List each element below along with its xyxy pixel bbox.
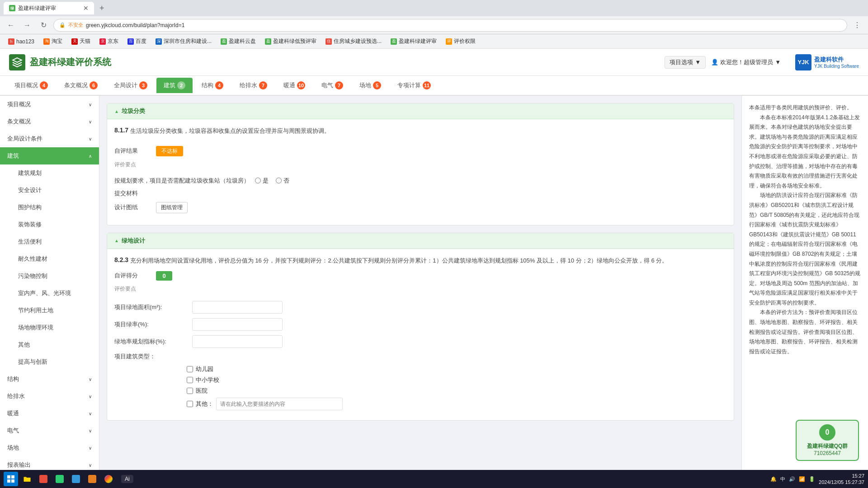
qq-float-widget[interactable]: 0 盈建科绿建QQ群 710265447 bbox=[796, 420, 859, 461]
taskbar-network[interactable]: 📶 bbox=[799, 476, 805, 482]
forward-button[interactable]: → bbox=[21, 19, 33, 32]
tab-structure-label: 结构 bbox=[202, 81, 213, 89]
green-eval-points-label: 评价要点 bbox=[114, 285, 136, 293]
sidebar-item-land-use[interactable]: 节约利用土地 bbox=[7, 302, 99, 319]
sidebar-item-plumbing[interactable]: 给排水 ∨ bbox=[0, 388, 99, 405]
type-school-checkbox[interactable] bbox=[187, 377, 193, 383]
sidebar-item-safety[interactable]: 安全设计 bbox=[7, 182, 99, 199]
garbage-drawing-manage-button[interactable]: 图纸管理 bbox=[156, 202, 188, 213]
tab-project-overview[interactable]: 项目概况 4 bbox=[7, 78, 55, 93]
type-other-input[interactable] bbox=[216, 398, 343, 410]
taskbar-app2[interactable] bbox=[52, 472, 67, 486]
sidebar-item-electrical[interactable]: 电气 ∨ bbox=[0, 422, 99, 439]
taskbar-start-button[interactable] bbox=[4, 472, 18, 486]
settings-button[interactable]: ⋮ bbox=[851, 19, 863, 32]
browser-tab[interactable]: 绿 盈建科绿建评审 ✕ bbox=[4, 2, 94, 14]
sidebar-item-architecture[interactable]: 建筑 ∧ bbox=[0, 147, 99, 164]
taskbar-battery[interactable]: 🔋 bbox=[809, 476, 815, 482]
qq-text1: 盈建科绿建QQ群 bbox=[802, 442, 853, 450]
tab-site[interactable]: 场地 5 bbox=[352, 78, 388, 93]
tab-close-button[interactable]: ✕ bbox=[83, 5, 89, 12]
sidebar-other-label: 其他 bbox=[18, 341, 30, 349]
sidebar-item-article-overview[interactable]: 条文概况 ∨ bbox=[0, 113, 99, 130]
tab-electrical[interactable]: 电气 7 bbox=[314, 78, 350, 93]
sidebar-item-site-env[interactable]: 场地物理环境 bbox=[7, 319, 99, 336]
new-tab-button[interactable]: + bbox=[96, 4, 108, 13]
bookmark-yjk-green[interactable]: 盈 盈建科绿建评审 bbox=[387, 37, 440, 46]
bookmark-tianmao[interactable]: 天 天猫 bbox=[68, 37, 94, 46]
bookmark-taobao[interactable]: 淘 淘宝 bbox=[40, 37, 66, 46]
garbage-yes-option[interactable]: 是 bbox=[255, 177, 269, 185]
taskbar-app3[interactable] bbox=[69, 472, 83, 486]
type-school[interactable]: 中小学校 bbox=[187, 376, 726, 384]
bookmark-green-eval[interactable]: 盈 盈建科绿低预评审 bbox=[261, 37, 320, 46]
type-hospital[interactable]: 医院 bbox=[187, 387, 726, 395]
taskbar-file-explorer[interactable] bbox=[20, 472, 34, 486]
taskbar-keyboard[interactable]: 中 bbox=[780, 476, 785, 483]
tab-global-design[interactable]: 全局设计 3 bbox=[107, 78, 155, 93]
tab-hvac[interactable]: 暖通 10 bbox=[276, 78, 312, 93]
type-kindergarten-checkbox[interactable] bbox=[187, 366, 193, 372]
project-selector[interactable]: 项目选项 ▼ bbox=[665, 56, 706, 69]
sidebar-item-project-overview[interactable]: 项目概况 ∨ bbox=[0, 96, 99, 113]
tab-electrical-label: 电气 bbox=[321, 81, 333, 89]
tab-plumbing[interactable]: 给排水 7 bbox=[232, 78, 274, 93]
user-info: 👤 欢迎您！超级管理员 ▼ bbox=[711, 58, 781, 66]
taskbar-date: 2024/12/05 15:27:37 bbox=[819, 479, 864, 485]
sidebar-item-site[interactable]: 场地 ∨ bbox=[0, 439, 99, 456]
sidebar-item-other[interactable]: 其他 bbox=[7, 336, 99, 353]
sidebar-item-envelope[interactable]: 围护结构 bbox=[7, 199, 99, 216]
bookmark-hao123[interactable]: h hao123 bbox=[5, 38, 38, 46]
garbage-no-option[interactable]: 否 bbox=[276, 177, 289, 185]
type-other[interactable]: 其他： bbox=[187, 398, 726, 410]
bookmark-tianmao-favicon: 天 bbox=[71, 38, 78, 45]
garbage-section-body: 8.1.7 生活垃圾应分类收集，垃圾容器和收集点的设置应合理并应与周围景观协调。… bbox=[107, 119, 734, 225]
taskbar-yjk[interactable] bbox=[85, 472, 99, 486]
sidebar-item-building-plan[interactable]: 建筑规划 bbox=[7, 164, 99, 182]
garbage-yes-radio[interactable] bbox=[255, 178, 261, 183]
sidebar-item-pollution[interactable]: 污染物控制 bbox=[7, 267, 99, 285]
refresh-button[interactable]: ↻ bbox=[37, 19, 50, 32]
type-hospital-checkbox[interactable] bbox=[187, 388, 193, 394]
bookmark-shenzhen[interactable]: 深 深圳市住房和建设... bbox=[152, 37, 215, 46]
tab-special-calc[interactable]: 专项计算 11 bbox=[390, 78, 438, 93]
bookmark-housing[interactable]: 住 住房城乡建设预选... bbox=[322, 37, 385, 46]
taskbar-ai-item[interactable]: Ai bbox=[121, 475, 133, 483]
tab-site-label: 场地 bbox=[359, 81, 371, 89]
sidebar-item-indoor-env[interactable]: 室内声、风、光环境 bbox=[7, 285, 99, 302]
building-type-options: 幼儿园 中小学校 医院 其他： bbox=[114, 365, 726, 410]
green-rate-input[interactable] bbox=[192, 318, 283, 331]
green-area-input[interactable] bbox=[192, 301, 283, 314]
sidebar-item-hvac[interactable]: 暖通 ∨ bbox=[0, 405, 99, 422]
taskbar-volume[interactable]: 🔊 bbox=[789, 476, 795, 482]
sidebar-item-durable-materials[interactable]: 耐久性建材 bbox=[7, 250, 99, 267]
tab-architecture[interactable]: 建筑 2 bbox=[156, 78, 193, 93]
green-rate-plan-input[interactable] bbox=[192, 335, 283, 348]
taskbar-app2-icon bbox=[56, 475, 64, 483]
type-hospital-label: 医院 bbox=[196, 387, 208, 395]
tab-structure[interactable]: 结构 4 bbox=[194, 78, 231, 93]
taskbar-chrome[interactable] bbox=[101, 472, 116, 486]
bookmark-yjkcloud[interactable]: 盈 盈建科云盘 bbox=[217, 37, 259, 46]
sidebar-item-life-convenience[interactable]: 生活便利 bbox=[7, 233, 99, 250]
tab-site-badge: 5 bbox=[373, 81, 381, 89]
taskbar-notifications[interactable]: 🔔 bbox=[770, 476, 777, 482]
sidebar-article-overview-arrow: ∨ bbox=[89, 119, 92, 124]
address-bar[interactable]: 🔒 不安全 green.yjkcloud.com/build/plan?majo… bbox=[53, 19, 847, 32]
taskbar-clock[interactable]: 15:27 2024/12/05 15:27:37 bbox=[819, 473, 864, 486]
sidebar-item-global-conditions[interactable]: 全局设计条件 ∨ bbox=[0, 130, 99, 147]
type-other-checkbox[interactable] bbox=[187, 401, 193, 407]
tab-article-overview[interactable]: 条文概况 6 bbox=[57, 78, 105, 93]
bookmark-eval-rights[interactable]: 评 评价权限 bbox=[442, 37, 479, 46]
sidebar-item-decoration[interactable]: 装饰装修 bbox=[7, 216, 99, 233]
garbage-no-radio[interactable] bbox=[276, 178, 282, 183]
sidebar-item-structure[interactable]: 结构 ∨ bbox=[0, 371, 99, 388]
back-button[interactable]: ← bbox=[5, 19, 17, 32]
building-type-row: 项目建筑类型： bbox=[114, 352, 726, 361]
bookmark-jd[interactable]: 京 京东 bbox=[96, 37, 122, 46]
bookmark-baidu[interactable]: 百 百度 bbox=[124, 37, 150, 46]
sidebar-item-innovation[interactable]: 提高与创新 bbox=[7, 353, 99, 371]
type-kindergarten[interactable]: 幼儿园 bbox=[187, 365, 726, 373]
tab-project-overview-label: 项目概况 bbox=[14, 81, 38, 89]
taskbar-app1[interactable] bbox=[36, 472, 51, 486]
